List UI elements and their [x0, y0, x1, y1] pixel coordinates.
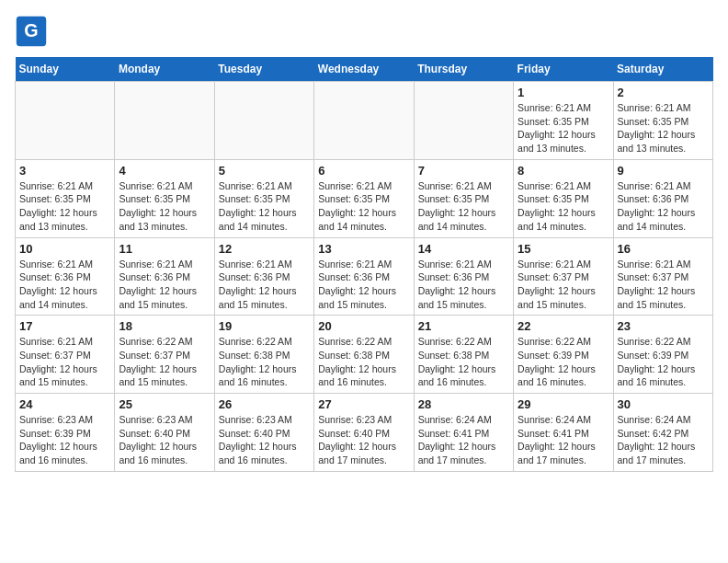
calendar-cell: 3Sunrise: 6:21 AMSunset: 6:35 PMDaylight… — [16, 159, 115, 237]
calendar-cell: 22Sunrise: 6:22 AMSunset: 6:39 PMDayligh… — [514, 316, 613, 394]
calendar-cell: 28Sunrise: 6:24 AMSunset: 6:41 PMDayligh… — [414, 394, 513, 472]
calendar-cell: 24Sunrise: 6:23 AMSunset: 6:39 PMDayligh… — [16, 394, 115, 472]
calendar-cell — [214, 82, 313, 160]
page-header: G — [15, 15, 713, 48]
calendar-week-row: 10Sunrise: 6:21 AMSunset: 6:36 PMDayligh… — [16, 237, 713, 316]
day-info: Sunrise: 6:21 AMSunset: 6:35 PMDaylight:… — [418, 179, 509, 234]
calendar-cell: 7Sunrise: 6:21 AMSunset: 6:35 PMDaylight… — [414, 159, 513, 237]
calendar-cell: 17Sunrise: 6:21 AMSunset: 6:37 PMDayligh… — [16, 316, 115, 394]
day-info: Sunrise: 6:21 AMSunset: 6:36 PMDaylight:… — [19, 258, 110, 312]
day-number: 26 — [219, 397, 310, 411]
day-number: 16 — [618, 242, 709, 256]
day-number: 11 — [119, 242, 210, 256]
calendar-header-row: SundayMondayTuesdayWednesdayThursdayFrid… — [16, 57, 713, 82]
day-info: Sunrise: 6:21 AMSunset: 6:36 PMDaylight:… — [318, 258, 409, 312]
svg-text:G: G — [24, 20, 38, 40]
day-number: 21 — [418, 319, 509, 333]
day-header-tuesday: Tuesday — [214, 57, 313, 82]
day-info: Sunrise: 6:21 AMSunset: 6:35 PMDaylight:… — [518, 179, 609, 234]
day-number: 23 — [618, 319, 709, 333]
calendar-cell: 10Sunrise: 6:21 AMSunset: 6:36 PMDayligh… — [16, 237, 115, 316]
day-info: Sunrise: 6:22 AMSunset: 6:38 PMDaylight:… — [318, 335, 409, 389]
day-number: 30 — [618, 397, 709, 411]
calendar-cell: 8Sunrise: 6:21 AMSunset: 6:35 PMDaylight… — [514, 159, 613, 237]
day-number: 5 — [219, 164, 310, 178]
day-header-wednesday: Wednesday — [314, 57, 414, 82]
calendar-cell: 9Sunrise: 6:21 AMSunset: 6:36 PMDaylight… — [613, 159, 712, 237]
day-info: Sunrise: 6:22 AMSunset: 6:39 PMDaylight:… — [618, 335, 709, 389]
calendar-cell: 20Sunrise: 6:22 AMSunset: 6:38 PMDayligh… — [314, 316, 414, 394]
calendar: SundayMondayTuesdayWednesdayThursdayFrid… — [15, 57, 713, 472]
day-number: 24 — [19, 397, 110, 411]
day-number: 20 — [318, 319, 409, 333]
day-number: 6 — [318, 164, 409, 178]
day-number: 14 — [418, 242, 509, 256]
day-number: 22 — [518, 319, 609, 333]
day-info: Sunrise: 6:21 AMSunset: 6:35 PMDaylight:… — [318, 179, 409, 234]
day-number: 17 — [19, 319, 110, 333]
day-number: 15 — [518, 242, 609, 256]
calendar-cell: 2Sunrise: 6:21 AMSunset: 6:35 PMDaylight… — [613, 82, 712, 160]
calendar-cell: 30Sunrise: 6:24 AMSunset: 6:42 PMDayligh… — [613, 394, 712, 472]
day-info: Sunrise: 6:21 AMSunset: 6:37 PMDaylight:… — [518, 258, 609, 312]
logo-icon: G — [15, 15, 48, 48]
day-info: Sunrise: 6:24 AMSunset: 6:41 PMDaylight:… — [418, 413, 509, 467]
calendar-cell — [314, 82, 414, 160]
day-header-monday: Monday — [115, 57, 214, 82]
calendar-cell — [115, 82, 214, 160]
calendar-cell — [414, 82, 513, 160]
day-number: 13 — [318, 242, 409, 256]
day-info: Sunrise: 6:21 AMSunset: 6:36 PMDaylight:… — [219, 258, 310, 312]
day-info: Sunrise: 6:21 AMSunset: 6:35 PMDaylight:… — [219, 179, 310, 234]
calendar-cell: 18Sunrise: 6:22 AMSunset: 6:37 PMDayligh… — [115, 316, 214, 394]
day-info: Sunrise: 6:21 AMSunset: 6:36 PMDaylight:… — [119, 258, 210, 312]
calendar-cell: 15Sunrise: 6:21 AMSunset: 6:37 PMDayligh… — [514, 237, 613, 316]
day-number: 1 — [518, 86, 609, 99]
calendar-cell: 26Sunrise: 6:23 AMSunset: 6:40 PMDayligh… — [214, 394, 313, 472]
day-number: 7 — [418, 164, 509, 178]
day-info: Sunrise: 6:21 AMSunset: 6:35 PMDaylight:… — [119, 179, 210, 234]
day-header-friday: Friday — [514, 57, 613, 82]
day-info: Sunrise: 6:23 AMSunset: 6:39 PMDaylight:… — [19, 413, 110, 467]
day-number: 12 — [219, 242, 310, 256]
day-info: Sunrise: 6:23 AMSunset: 6:40 PMDaylight:… — [119, 413, 210, 467]
day-info: Sunrise: 6:21 AMSunset: 6:35 PMDaylight:… — [518, 101, 609, 155]
calendar-cell: 27Sunrise: 6:23 AMSunset: 6:40 PMDayligh… — [314, 394, 414, 472]
day-info: Sunrise: 6:23 AMSunset: 6:40 PMDaylight:… — [318, 413, 409, 467]
day-number: 9 — [618, 164, 709, 178]
day-number: 19 — [219, 319, 310, 333]
day-info: Sunrise: 6:22 AMSunset: 6:39 PMDaylight:… — [518, 335, 609, 389]
day-info: Sunrise: 6:24 AMSunset: 6:41 PMDaylight:… — [518, 413, 609, 467]
calendar-cell: 12Sunrise: 6:21 AMSunset: 6:36 PMDayligh… — [214, 237, 313, 316]
day-info: Sunrise: 6:21 AMSunset: 6:37 PMDaylight:… — [19, 335, 110, 389]
day-number: 25 — [119, 397, 210, 411]
calendar-cell — [16, 82, 115, 160]
calendar-week-row: 17Sunrise: 6:21 AMSunset: 6:37 PMDayligh… — [16, 316, 713, 394]
calendar-cell: 25Sunrise: 6:23 AMSunset: 6:40 PMDayligh… — [115, 394, 214, 472]
day-info: Sunrise: 6:24 AMSunset: 6:42 PMDaylight:… — [618, 413, 709, 467]
calendar-cell: 1Sunrise: 6:21 AMSunset: 6:35 PMDaylight… — [514, 82, 613, 160]
day-header-sunday: Sunday — [16, 57, 115, 82]
calendar-week-row: 1Sunrise: 6:21 AMSunset: 6:35 PMDaylight… — [16, 82, 713, 160]
day-info: Sunrise: 6:22 AMSunset: 6:38 PMDaylight:… — [418, 335, 509, 389]
day-info: Sunrise: 6:21 AMSunset: 6:35 PMDaylight:… — [618, 101, 709, 155]
calendar-cell: 5Sunrise: 6:21 AMSunset: 6:35 PMDaylight… — [214, 159, 313, 237]
day-number: 2 — [618, 86, 709, 99]
calendar-cell: 23Sunrise: 6:22 AMSunset: 6:39 PMDayligh… — [613, 316, 712, 394]
day-info: Sunrise: 6:22 AMSunset: 6:38 PMDaylight:… — [219, 335, 310, 389]
day-number: 10 — [19, 242, 110, 256]
calendar-cell: 16Sunrise: 6:21 AMSunset: 6:37 PMDayligh… — [613, 237, 712, 316]
calendar-week-row: 24Sunrise: 6:23 AMSunset: 6:39 PMDayligh… — [16, 394, 713, 472]
day-number: 8 — [518, 164, 609, 178]
day-header-thursday: Thursday — [414, 57, 513, 82]
day-info: Sunrise: 6:21 AMSunset: 6:35 PMDaylight:… — [19, 179, 110, 234]
day-number: 28 — [418, 397, 509, 411]
calendar-cell: 21Sunrise: 6:22 AMSunset: 6:38 PMDayligh… — [414, 316, 513, 394]
day-number: 27 — [318, 397, 409, 411]
calendar-cell: 13Sunrise: 6:21 AMSunset: 6:36 PMDayligh… — [314, 237, 414, 316]
day-info: Sunrise: 6:21 AMSunset: 6:36 PMDaylight:… — [418, 258, 509, 312]
logo: G — [15, 15, 51, 48]
calendar-cell: 29Sunrise: 6:24 AMSunset: 6:41 PMDayligh… — [514, 394, 613, 472]
day-info: Sunrise: 6:23 AMSunset: 6:40 PMDaylight:… — [219, 413, 310, 467]
calendar-week-row: 3Sunrise: 6:21 AMSunset: 6:35 PMDaylight… — [16, 159, 713, 237]
